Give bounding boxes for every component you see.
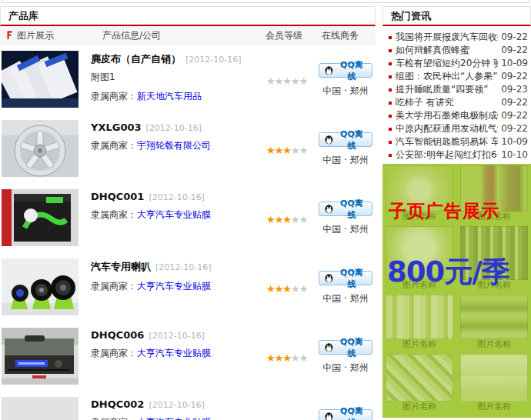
product-title[interactable]: DHQC001[2012-10-16] — [91, 191, 260, 202]
qq-button-label: QQ离线 — [336, 267, 367, 290]
news-date: 10-09 — [501, 135, 528, 148]
product-extra: 附图1 — [91, 71, 260, 84]
product-location: 中国 · 郑州 — [319, 223, 372, 236]
news-item[interactable]: 组图：农民种出“人参果”！09-22 — [387, 70, 528, 83]
news-link[interactable]: 美大学用石墨烯电极制成锂电 — [396, 109, 498, 122]
news-link[interactable]: 组图：农民种出“人参果”！ — [396, 70, 498, 83]
star-filled-icon: ★ — [275, 145, 283, 156]
bullet-icon — [389, 115, 392, 118]
star-empty-icon: ★ — [291, 352, 299, 364]
news-date: 09-22 — [501, 122, 528, 135]
news-link[interactable]: 吃柿子 有讲究 — [396, 96, 498, 109]
qq-penguin-icon — [324, 135, 334, 145]
product-title[interactable]: 麂皮布（自产自销）[2012-10-16] — [91, 52, 260, 66]
news-item[interactable]: 我国将开展报废汽车回收拆解09-22 — [387, 31, 528, 44]
product-title-text[interactable]: YXLG003 — [91, 122, 142, 133]
news-item[interactable]: 提升睡眠质量“四要领”09-23 — [387, 83, 528, 96]
bullet-icon — [389, 141, 392, 144]
ad-product-cell[interactable]: 图片名称 — [386, 295, 453, 350]
hot-news-panel: 热门资讯 我国将开展报废汽车回收拆解09-22如何辩解真假蜂蜜09-22车检有望… — [382, 6, 531, 418]
qq-button-label: QQ离线 — [336, 59, 367, 82]
news-item[interactable]: 公安部:明年起闯红灯扣6分 挡10-10 — [387, 148, 528, 162]
ad-product-cell[interactable]: 图片名称 — [386, 354, 453, 412]
ad-image-caption: 图片名称 — [460, 402, 528, 412]
merchant-link[interactable]: 大亨汽车专业贴膜 — [137, 209, 211, 220]
product-title-text[interactable]: 麂皮布（自产自销） — [91, 53, 181, 65]
star-empty-icon: ★ — [282, 75, 291, 87]
member-level-stars: ★★★★★ — [266, 145, 312, 156]
news-link[interactable]: 汽车智能钥匙脆弱易坏 车主需 — [396, 135, 498, 148]
product-date: [2012-10-16] — [185, 55, 242, 65]
news-link[interactable]: 如何辩解真假蜂蜜 — [396, 44, 498, 57]
star-empty-icon: ★ — [299, 75, 308, 87]
star-empty-icon: ★ — [275, 75, 283, 87]
news-item[interactable]: 美大学用石墨烯电极制成锂电09-22 — [387, 109, 528, 122]
qq-offline-button[interactable]: QQ离线 — [319, 409, 372, 420]
product-title-text[interactable]: DHQC001 — [91, 191, 144, 202]
product-title-text[interactable]: DHQC006 — [91, 329, 144, 341]
car-stereo-photo[interactable] — [2, 328, 78, 385]
ad-banner-area[interactable]: 图片名称图片名称图片名称图片名称图片名称图片名称图片名称图片名称 子页广告展示 … — [382, 164, 531, 418]
merchant-link[interactable]: 大亨汽车专业贴膜 — [137, 417, 211, 420]
product-title-text[interactable]: 汽车专用喇叭 — [91, 261, 151, 272]
qq-offline-button[interactable]: QQ离线 — [319, 271, 372, 285]
green-box-photo[interactable] — [2, 189, 78, 246]
online-business-cell: QQ离线 中国 · 郑州 — [319, 340, 372, 375]
gray-photo[interactable] — [2, 397, 78, 420]
star-empty-icon: ★ — [291, 283, 299, 295]
column-member-level: 会员等级 — [266, 26, 302, 45]
product-title[interactable]: DHQC006[2012-10-16] — [91, 329, 260, 341]
star-filled-icon: ★ — [282, 283, 291, 295]
news-item[interactable]: 车检有望缩短约20分钟 验车将10-09 — [387, 57, 528, 70]
product-location: 中国 · 郑州 — [319, 85, 372, 98]
star-filled-icon: ★ — [275, 352, 283, 364]
tube-set-image — [386, 295, 453, 339]
product-title[interactable]: YXLG003[2012-10-16] — [91, 122, 260, 133]
merchant-link[interactable]: 大亨汽车专业贴膜 — [137, 281, 211, 292]
bullet-icon — [389, 49, 392, 52]
product-library-panel: 产品库 图片展示 产品信息/公司 会员等级 在线商务 麂皮布（自产自销）[201… — [0, 6, 376, 420]
ad-product-cell[interactable]: 图片名称 — [460, 295, 528, 350]
qq-penguin-icon — [324, 273, 334, 283]
news-date: 10-09 — [501, 57, 528, 70]
merchant-label: 隶属商家： — [91, 91, 137, 102]
merchant-link[interactable]: 宇翔轮毂有限公司 — [137, 140, 211, 151]
merchant-link[interactable]: 新天地汽车用品 — [137, 91, 202, 102]
ad-product-cell[interactable]: 图片名称 — [460, 354, 528, 412]
table-row: 汽车专用喇叭[2012-10-16] 隶属商家：大亨汽车专业贴膜 ★★★★★ Q… — [0, 252, 376, 322]
qq-offline-button[interactable]: QQ离线 — [319, 202, 372, 216]
qq-button-label: QQ离线 — [336, 198, 367, 221]
ad-image-caption: 图片名称 — [460, 339, 528, 350]
qq-offline-button[interactable]: QQ离线 — [319, 132, 372, 147]
table-row: DHQC002[2012-10-16] 隶属商家：大亨汽车专业贴膜 ★★★★★ … — [0, 391, 376, 420]
star-empty-icon: ★ — [266, 75, 275, 87]
news-link[interactable]: 公安部:明年起闯红灯扣6分 挡 — [396, 148, 498, 162]
qq-offline-button[interactable]: QQ离线 — [319, 340, 372, 355]
news-link[interactable]: 我国将开展报废汽车回收拆解 — [396, 31, 498, 44]
suede-cloth-photo[interactable] — [2, 51, 78, 108]
merchant-link[interactable]: 大亨汽车专业贴膜 — [137, 348, 211, 358]
product-list: 麂皮布（自产自销）[2012-10-16] 附图1 隶属商家：新天地汽车用品 ★… — [0, 45, 376, 420]
wheel-rim-photo[interactable] — [2, 120, 78, 177]
product-title-text[interactable]: DHQC002 — [91, 398, 144, 410]
news-item[interactable]: 如何辩解真假蜂蜜09-22 — [387, 44, 528, 57]
star-empty-icon: ★ — [299, 145, 308, 156]
speakers-photo[interactable] — [2, 258, 78, 315]
bullet-icon — [389, 75, 392, 78]
product-merchant-line: 隶属商家：大亨汽车专业贴膜 — [91, 347, 260, 360]
product-date: [2012-10-16] — [146, 123, 202, 133]
card-set-image — [460, 354, 528, 402]
news-link[interactable]: 中原内配获通用发动机气缸套 — [396, 122, 498, 135]
column-info: 产品信息/公司 — [102, 26, 161, 45]
news-item[interactable]: 吃柿子 有讲究09-22 — [387, 96, 528, 109]
product-boxes-image — [460, 295, 528, 339]
bullet-icon — [389, 36, 392, 39]
qq-penguin-icon — [324, 65, 334, 75]
qq-offline-button[interactable]: QQ离线 — [319, 63, 372, 78]
product-title[interactable]: DHQC002[2012-10-16] — [91, 398, 260, 410]
news-link[interactable]: 车检有望缩短约20分钟 验车将 — [396, 57, 498, 70]
news-item[interactable]: 汽车智能钥匙脆弱易坏 车主需10-09 — [387, 135, 528, 148]
news-item[interactable]: 中原内配获通用发动机气缸套09-22 — [387, 122, 528, 135]
news-link[interactable]: 提升睡眠质量“四要领” — [396, 83, 498, 96]
product-title[interactable]: 汽车专用喇叭[2012-10-16] — [91, 260, 260, 274]
